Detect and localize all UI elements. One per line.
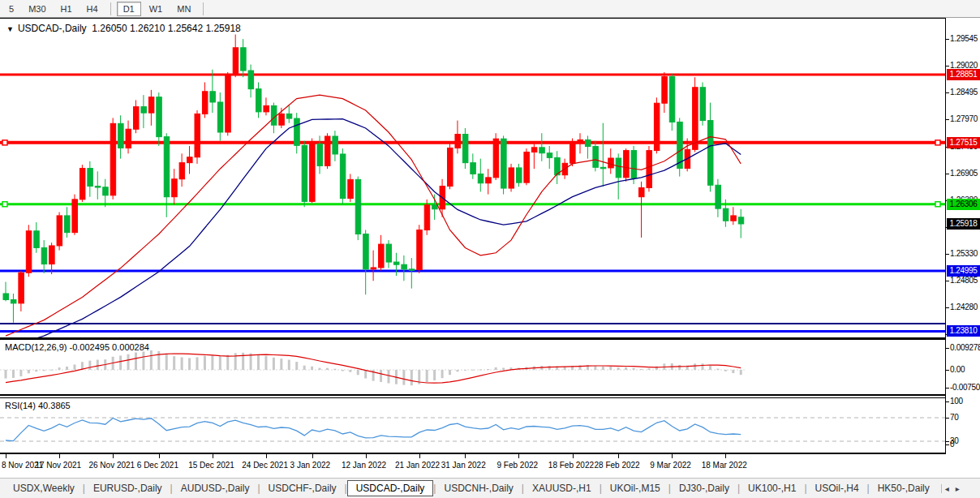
price-level-badge-1.24995: 1.24995 <box>947 265 980 277</box>
candle-body <box>302 145 307 201</box>
candle-body <box>19 273 24 303</box>
chart-tab-usdcnh-daily[interactable]: USDCNH-,Daily <box>436 480 521 496</box>
candle-body <box>271 105 277 125</box>
candle-body <box>340 154 346 199</box>
macd-histogram-bar <box>58 367 61 370</box>
chart-title-symbol: USDCAD-,Daily <box>18 23 87 34</box>
macd-histogram-bar <box>678 365 681 370</box>
macd-histogram-bar <box>625 367 627 370</box>
axis-tick <box>946 66 949 67</box>
rsi-axis-label: 70 <box>950 413 959 422</box>
date-label: 26 Nov 2021 <box>88 461 135 470</box>
candle-body <box>700 88 706 121</box>
candle-body <box>118 123 124 148</box>
timeframe-button-d1[interactable]: D1 <box>117 2 141 16</box>
date-label: 18 Mar 2022 <box>702 461 747 470</box>
candle-body <box>195 114 200 157</box>
candle-body <box>133 107 139 130</box>
date-label: 6 Dec 2021 <box>137 461 178 470</box>
candle-body <box>578 140 583 142</box>
timeframe-button-mn[interactable]: MN <box>170 2 197 16</box>
price-chart-canvas[interactable] <box>0 19 945 337</box>
macd-value-signal: 0.000284 <box>112 342 149 352</box>
date-axis[interactable]: 8 Nov 202117 Nov 202126 Nov 20216 Dec 20… <box>0 454 980 478</box>
candle-body <box>294 118 300 145</box>
candle-body <box>248 71 254 89</box>
candle-body <box>179 163 185 179</box>
candle-body <box>110 123 116 195</box>
axis-tick <box>946 370 949 371</box>
macd-histogram-bar <box>495 367 497 370</box>
candle-body <box>424 205 430 230</box>
axis-tick <box>946 92 949 93</box>
candle-body <box>738 217 744 224</box>
candle-body <box>226 75 231 132</box>
candle-body <box>539 148 545 153</box>
rsi-panel[interactable]: RSI(14) 40.3865 <box>0 397 946 454</box>
timeframe-button-w1[interactable]: W1 <box>143 2 170 16</box>
macd-value-main: -0.002495 <box>69 342 110 352</box>
axis-tick <box>946 444 949 445</box>
tabs-scroll-right-icon[interactable]: ▸ <box>956 484 960 493</box>
tab-scroll-arrows: ◂▸ <box>941 484 963 493</box>
chart-tab-usoil-h4[interactable]: USOil-,H4 <box>807 480 867 496</box>
timeframe-button-m30[interactable]: M30 <box>22 2 52 16</box>
macd-panel[interactable]: MACD(12,26,9) -0.002495 0.000284 <box>0 339 946 396</box>
candle-body <box>310 144 316 201</box>
chart-tab-usdcad-daily[interactable]: USDCAD-,Daily <box>347 480 434 496</box>
price-axis[interactable]: 1.295451.290201.284951.279701.274301.269… <box>946 18 980 478</box>
candle-body <box>462 135 468 163</box>
line-drag-handle[interactable] <box>935 140 940 145</box>
chart-tab-audusd-daily[interactable]: AUDUSD-,Daily <box>173 480 258 496</box>
macd-histogram-bar <box>333 369 336 370</box>
date-label: 17 Nov 2021 <box>35 461 81 470</box>
date-tick <box>573 454 574 458</box>
chart-tab-eurusd-daily[interactable]: EURUSD-,Daily <box>85 480 170 496</box>
chart-tab-dj30-daily[interactable]: DJ30-,Daily <box>671 480 737 496</box>
rsi-header: RSI(14) 40.3865 <box>5 401 71 410</box>
timeframe-button-h1[interactable]: H1 <box>54 2 79 16</box>
candle-body <box>662 77 668 104</box>
candle-body <box>524 152 530 182</box>
candle-body <box>669 77 675 122</box>
symbol-dropdown-icon[interactable]: ▼ <box>6 25 14 33</box>
chart-tab-xauusd-h1[interactable]: XAUUSD-,H1 <box>524 480 600 496</box>
macd-histogram-bar <box>127 354 130 370</box>
date-label: 9 Feb 2022 <box>496 461 538 470</box>
line-drag-handle[interactable] <box>935 202 940 207</box>
chart-tab-usdx-weekly[interactable]: USDX,Weekly <box>5 480 83 496</box>
line-drag-handle[interactable] <box>2 202 7 207</box>
macd-histogram-bar <box>740 370 742 375</box>
chart-tab-usdchf-daily[interactable]: USDCHF-,Daily <box>260 480 345 496</box>
candle-body <box>11 300 15 303</box>
price-chart-panel[interactable]: ▼USDCAD-,Daily 1.26050 1.26210 1.25642 1… <box>0 18 946 339</box>
date-tick <box>6 454 6 458</box>
macd-histogram-bar <box>73 364 75 370</box>
chart-tab-hk50-daily[interactable]: HK50-,Daily <box>870 480 938 496</box>
macd-histogram-bar <box>410 370 413 385</box>
macd-histogram-bar <box>326 368 329 370</box>
macd-histogram-bar <box>50 370 53 371</box>
macd-histogram-bar <box>88 361 91 370</box>
tabs-scroll-left-icon[interactable]: ◂ <box>945 484 949 493</box>
chart-tab-ukoil-m15[interactable]: UKOil-,M15 <box>602 480 668 496</box>
rsi-canvas[interactable] <box>0 398 945 453</box>
macd-histogram-bar <box>311 367 313 370</box>
date-label: 31 Jan 2022 <box>441 461 486 470</box>
candle-body <box>103 187 109 195</box>
chart-tab-uk100-h1[interactable]: UK100-,H1 <box>740 480 804 496</box>
macd-histogram-bar <box>633 368 635 370</box>
axis-tick <box>946 401 949 402</box>
candle-body <box>547 153 552 158</box>
timeframe-button-h4[interactable]: H4 <box>80 2 105 16</box>
line-drag-handle[interactable] <box>2 140 7 145</box>
candle-body <box>3 294 9 300</box>
candle-body <box>493 139 499 178</box>
macd-histogram-bar <box>426 370 428 382</box>
candle-body <box>478 174 484 182</box>
timeframe-button-5[interactable]: 5 <box>2 2 20 16</box>
macd-header: MACD(12,26,9) -0.002495 0.000284 <box>5 342 149 352</box>
candle-body <box>647 151 652 188</box>
date-tick <box>59 454 60 458</box>
macd-histogram-bar <box>157 351 160 370</box>
